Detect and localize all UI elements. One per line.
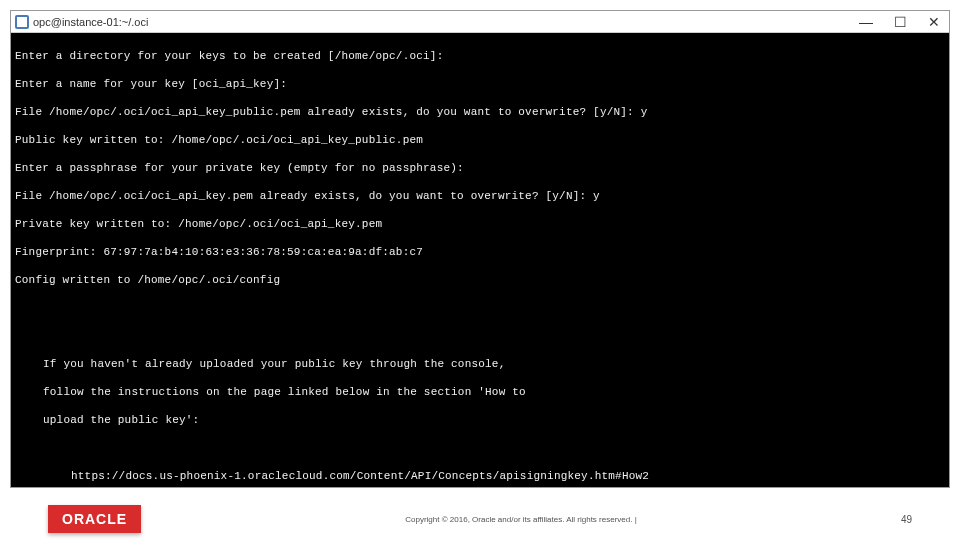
term-line: File /home/opc/.oci/oci_api_key_public.p… [15, 105, 945, 119]
term-line: Enter a passphrase for your private key … [15, 161, 945, 175]
blank-line [15, 301, 945, 315]
oracle-logo: ORACLE [48, 505, 141, 533]
minimize-button[interactable]: — [855, 13, 877, 31]
term-line: Private key written to: /home/opc/.oci/o… [15, 217, 945, 231]
term-line: https://docs.us-phoenix-1.oraclecloud.co… [15, 469, 945, 483]
term-line: upload the public key': [15, 413, 945, 427]
titlebar[interactable]: opc@instance-01:~/.oci — ☐ ✕ [11, 11, 949, 33]
maximize-button[interactable]: ☐ [889, 13, 911, 31]
terminal-output[interactable]: Enter a directory for your keys to be cr… [11, 33, 949, 487]
term-line: Fingerprint: 67:97:7a:b4:10:63:e3:36:78:… [15, 245, 945, 259]
term-line: If you haven't already uploaded your pub… [15, 357, 945, 371]
copyright-text: Copyright © 2016, Oracle and/or its affi… [141, 515, 901, 524]
close-button[interactable]: ✕ [923, 13, 945, 31]
term-line: Public key written to: /home/opc/.oci/oc… [15, 133, 945, 147]
term-line: follow the instructions on the page link… [15, 385, 945, 399]
blank-line [15, 441, 945, 455]
term-line: Config written to /home/opc/.oci/config [15, 273, 945, 287]
slide-number: 49 [901, 514, 912, 525]
blank-line [15, 329, 945, 343]
window-controls: — ☐ ✕ [855, 13, 945, 31]
term-line: Enter a directory for your keys to be cr… [15, 49, 945, 63]
term-line: Enter a name for your key [oci_api_key]: [15, 77, 945, 91]
terminal-icon [15, 15, 29, 29]
window-title: opc@instance-01:~/.oci [33, 16, 855, 28]
terminal-window: opc@instance-01:~/.oci — ☐ ✕ Enter a dir… [10, 10, 950, 488]
slide-footer: ORACLE Copyright © 2016, Oracle and/or i… [0, 498, 960, 540]
term-line: File /home/opc/.oci/oci_api_key.pem alre… [15, 189, 945, 203]
